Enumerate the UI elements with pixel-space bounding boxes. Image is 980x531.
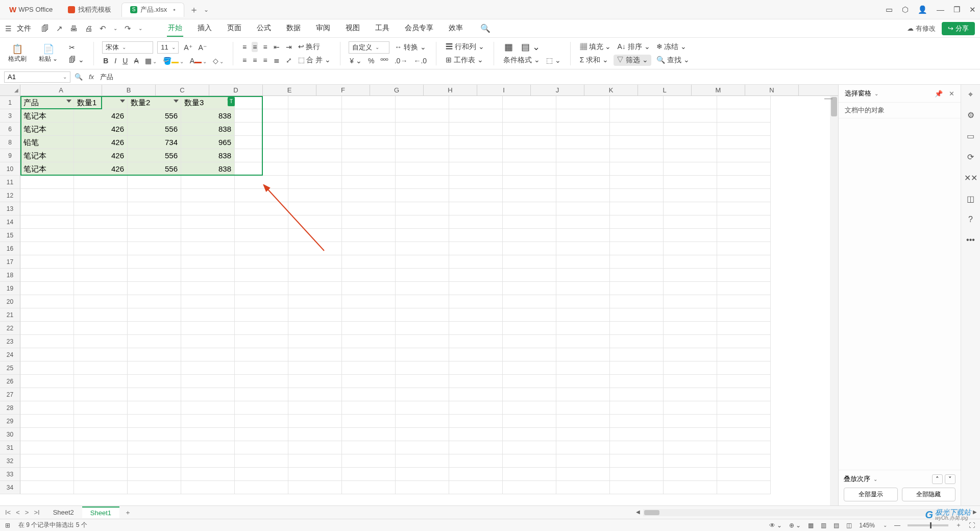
cell[interactable] xyxy=(181,441,235,454)
cell[interactable] xyxy=(74,215,128,229)
cell[interactable] xyxy=(128,441,181,454)
cell[interactable] xyxy=(664,454,717,468)
cell[interactable] xyxy=(610,401,664,415)
cell[interactable] xyxy=(556,348,610,361)
cell[interactable] xyxy=(664,335,717,348)
cell[interactable] xyxy=(128,269,181,282)
name-box[interactable]: A1⌄ xyxy=(4,71,70,83)
table-style-icon[interactable]: ▦ xyxy=(502,41,515,53)
menu-efficiency[interactable]: 效率 xyxy=(448,20,464,37)
close-panel-icon[interactable]: ✕ xyxy=(949,90,954,98)
cell[interactable] xyxy=(664,295,717,308)
cell[interactable] xyxy=(556,335,610,348)
cell[interactable] xyxy=(288,149,342,162)
rail-help-icon[interactable]: ? xyxy=(968,215,973,224)
zoom-drop-icon[interactable]: ⌄ xyxy=(883,522,887,528)
cell[interactable]: 426 xyxy=(74,149,128,162)
cell[interactable] xyxy=(74,189,128,202)
cell[interactable] xyxy=(128,295,181,308)
cell[interactable] xyxy=(556,176,610,189)
cell[interactable] xyxy=(20,481,74,494)
cell[interactable] xyxy=(610,189,664,202)
vertical-scrollbar[interactable] xyxy=(830,96,838,505)
cell[interactable] xyxy=(235,388,288,401)
cell[interactable] xyxy=(503,109,556,123)
cell[interactable] xyxy=(503,415,556,428)
row-header[interactable]: 10 xyxy=(0,162,20,176)
row-header[interactable]: 12 xyxy=(0,189,20,202)
cell[interactable] xyxy=(181,215,235,229)
cell[interactable] xyxy=(717,136,771,149)
align-top-icon[interactable]: ≡ xyxy=(241,42,248,52)
cell[interactable] xyxy=(342,441,396,454)
cell[interactable] xyxy=(288,428,342,441)
cell[interactable] xyxy=(610,123,664,136)
cell[interactable] xyxy=(128,454,181,468)
cell[interactable] xyxy=(396,361,449,375)
cell[interactable] xyxy=(449,361,503,375)
hscroll-thumb[interactable] xyxy=(644,510,659,515)
cell[interactable]: 556 xyxy=(128,109,181,123)
cell[interactable] xyxy=(20,348,74,361)
cell[interactable] xyxy=(288,162,342,176)
align-justify-icon[interactable]: ≣ xyxy=(273,55,281,65)
cell[interactable] xyxy=(235,481,288,494)
cell[interactable] xyxy=(128,375,181,388)
increase-indent-icon[interactable]: ⇥ xyxy=(285,42,293,52)
cell[interactable] xyxy=(503,375,556,388)
cell[interactable] xyxy=(288,282,342,295)
col-H[interactable]: H xyxy=(424,85,477,95)
cell[interactable] xyxy=(449,162,503,176)
cell[interactable] xyxy=(449,401,503,415)
find-button[interactable]: 🔍 查找 ⌄ xyxy=(655,55,691,66)
cell[interactable] xyxy=(556,109,610,123)
cell[interactable] xyxy=(288,255,342,269)
cell[interactable] xyxy=(342,454,396,468)
cell[interactable] xyxy=(74,361,128,375)
menu-insert[interactable]: 插入 xyxy=(197,20,213,37)
cell[interactable] xyxy=(449,428,503,441)
rowcol-button[interactable]: ☰ 行和列 ⌄ xyxy=(445,41,485,53)
cell[interactable] xyxy=(664,375,717,388)
cell[interactable] xyxy=(342,123,396,136)
cell[interactable] xyxy=(717,229,771,242)
font-size-select[interactable]: 11⌄ xyxy=(157,41,179,54)
cell[interactable] xyxy=(717,282,771,295)
cell[interactable] xyxy=(342,428,396,441)
cell[interactable] xyxy=(396,189,449,202)
cell[interactable] xyxy=(74,401,128,415)
cell[interactable] xyxy=(128,255,181,269)
order-up-icon[interactable]: ˄ xyxy=(932,474,943,484)
cell[interactable] xyxy=(396,109,449,123)
minimize-button[interactable]: — xyxy=(937,5,944,14)
cell[interactable] xyxy=(449,269,503,282)
cell[interactable] xyxy=(235,335,288,348)
cell[interactable] xyxy=(556,189,610,202)
cell[interactable] xyxy=(556,229,610,242)
cell[interactable] xyxy=(342,189,396,202)
cell[interactable]: 426 xyxy=(74,162,128,176)
cell[interactable] xyxy=(342,96,396,109)
cell[interactable] xyxy=(342,335,396,348)
menu-data[interactable]: 数据 xyxy=(285,20,302,37)
fill-color-button[interactable]: 🪣⌄ xyxy=(162,56,185,66)
cell[interactable] xyxy=(342,202,396,215)
zoom-out-icon[interactable]: — xyxy=(894,522,900,529)
cell[interactable] xyxy=(396,454,449,468)
cell[interactable] xyxy=(717,176,771,189)
add-sheet-button[interactable]: ＋ xyxy=(119,508,136,517)
cell[interactable] xyxy=(664,388,717,401)
filter-dropdown-icon[interactable] xyxy=(174,100,179,103)
row-header[interactable]: 3 xyxy=(0,109,20,123)
cell[interactable] xyxy=(181,229,235,242)
cell[interactable]: 数量1 xyxy=(74,96,128,109)
cell[interactable] xyxy=(181,242,235,255)
cell[interactable] xyxy=(503,361,556,375)
cell[interactable] xyxy=(717,202,771,215)
cell[interactable] xyxy=(610,361,664,375)
cell[interactable] xyxy=(235,202,288,215)
cell[interactable] xyxy=(20,189,74,202)
cell[interactable] xyxy=(717,242,771,255)
cell[interactable] xyxy=(717,215,771,229)
cell[interactable] xyxy=(288,136,342,149)
